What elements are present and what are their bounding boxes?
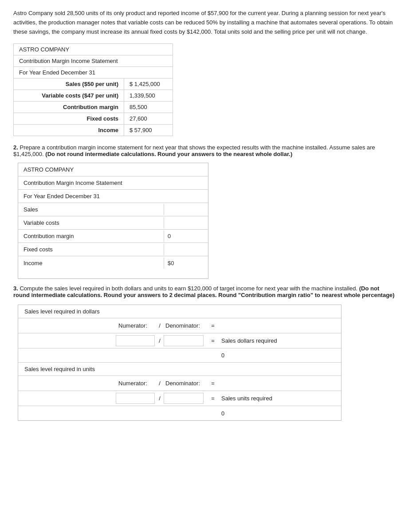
section3-units-result-header xyxy=(218,381,341,386)
section2-instruction: 2. Prepare a contribution margin income … xyxy=(13,144,395,157)
section3-units-eq2: = xyxy=(208,395,218,402)
section2-header-period: For Year Ended December 31 xyxy=(18,190,208,203)
section3-dollars-input-row: / = Sales dollars required xyxy=(18,333,341,348)
section3-units-num-input[interactable] xyxy=(116,393,155,404)
table1-value-cm: 85,500 xyxy=(124,102,173,113)
section3-dollars-eq1: = xyxy=(208,322,218,329)
section3-dollars-num-input-cell[interactable] xyxy=(116,335,156,346)
section3-units-den-input-cell[interactable] xyxy=(164,393,208,404)
section3-units-num-input-cell[interactable] xyxy=(116,393,156,404)
section2-row-variable: Variable costs xyxy=(18,216,208,230)
section3-instruction: 3. Compute the sales level required in b… xyxy=(13,285,395,298)
section3-number: 3. xyxy=(13,285,18,292)
section2-row-fixed: Fixed costs xyxy=(18,243,208,256)
section2-input-sales[interactable] xyxy=(164,204,208,215)
section2-bold-note: (Do not round intermediate calculations.… xyxy=(45,151,292,157)
section2-cell-variable[interactable] xyxy=(164,217,208,228)
section3-units-slash1: / xyxy=(156,380,164,387)
section3-dollars-den-input-cell[interactable] xyxy=(164,335,208,346)
section2-table: ASTRO COMPANY Contribution Margin Income… xyxy=(18,163,208,270)
table1-row-income: Income $ 57,900 xyxy=(14,125,173,136)
section2-input-fixed[interactable] xyxy=(164,244,208,255)
section3-dollars-header: Sales level required in dollars xyxy=(18,305,341,318)
section2-cell-income: $0 xyxy=(164,258,208,269)
section2-cell-sales[interactable] xyxy=(164,204,208,215)
section3-units-slash2: / xyxy=(156,395,164,402)
section3-units-formula-row: Numerator: / Denominator: = xyxy=(18,376,341,391)
section3-units-den-input[interactable] xyxy=(164,393,204,404)
section3-units-input-row: / = Sales units required xyxy=(18,391,341,406)
section3-dollars-result-row: 0 xyxy=(18,348,341,363)
table1-value-sales: $ 1,425,000 xyxy=(124,78,173,90)
section2-period: For Year Ended December 31 xyxy=(18,191,208,202)
section3-dollars-den-label: Denominator: xyxy=(164,320,208,331)
section3-units-den-label: Denominator: xyxy=(164,378,208,389)
table1-period: For Year Ended December 31 xyxy=(14,67,173,78)
section3-dollars-label: Sales level required in dollars xyxy=(24,308,100,315)
section2-number: 2. xyxy=(13,144,18,151)
section3-units-empty-label xyxy=(18,381,116,386)
table1-row-variable: Variable costs ($47 per unit) 1,339,500 xyxy=(14,90,173,102)
section3-dollars-slash1: / xyxy=(156,322,164,329)
section3-dollars-den-input[interactable] xyxy=(164,335,204,346)
section2-label-sales: Sales xyxy=(18,204,164,215)
table1-label-fixed: Fixed costs xyxy=(14,113,124,124)
section2-label-income: Income xyxy=(18,258,164,269)
section3-dollars-num-input[interactable] xyxy=(116,335,155,346)
section2-header-company: ASTRO COMPANY xyxy=(18,163,208,176)
section2-input-variable[interactable] xyxy=(164,217,208,228)
table1-label-cm: Contribution margin xyxy=(14,102,124,113)
section3-dollars-result-label: Sales dollars required xyxy=(218,335,341,346)
table1-label-sales: Sales ($50 per unit) xyxy=(14,78,124,90)
section2-cell-fixed[interactable] xyxy=(164,244,208,255)
section2-company: ASTRO COMPANY xyxy=(18,164,208,175)
table1-row-sales: Sales ($50 per unit) $ 1,425,000 xyxy=(14,78,173,90)
table1-statement-type: Contribution Margin Income Statement xyxy=(14,55,173,67)
section3-units-header: Sales level required in units xyxy=(18,363,341,376)
table1-value-variable: 1,339,500 xyxy=(124,90,173,101)
section2-type: Contribution Margin Income Statement xyxy=(18,177,208,188)
section2-label-cm: Contribution margin xyxy=(18,231,164,242)
section3-box: Sales level required in dollars Numerato… xyxy=(18,305,341,421)
intro-paragraph: Astro Company sold 28,500 units of its o… xyxy=(13,9,395,36)
section2-table-wrapper: ASTRO COMPANY Contribution Margin Income… xyxy=(18,163,208,279)
section2-header-type: Contribution Margin Income Statement xyxy=(18,176,208,190)
section3-dollars-result-value: 0 xyxy=(218,350,341,361)
table1-label-income: Income xyxy=(14,125,124,136)
section3-bold-note: (Do not round intermediate calculations.… xyxy=(13,285,395,298)
section3-units-eq1: = xyxy=(208,380,218,387)
section2-row-cm: Contribution margin 0 xyxy=(18,230,208,243)
section3-units-result-row: 0 xyxy=(18,406,341,420)
section3-units-label: Sales level required in units xyxy=(24,366,95,372)
table1-value-fixed: 27,600 xyxy=(124,113,173,124)
section3-units-input-empty xyxy=(18,396,116,401)
section3-dollars-result-header xyxy=(218,324,341,328)
table1-company: ASTRO COMPANY xyxy=(14,44,173,55)
table1-row-fixed: Fixed costs 27,600 xyxy=(14,113,173,125)
section3-dollars-slash2: / xyxy=(156,337,164,344)
section3-dollars-eq2: = xyxy=(208,337,218,344)
section3-dollars-num-label: Numerator: xyxy=(116,320,156,331)
section2-row-sales: Sales xyxy=(18,203,208,216)
section3-dollars-empty-label xyxy=(18,324,116,328)
section2-row-income: Income $0 xyxy=(18,256,208,270)
table1-value-income: $ 57,900 xyxy=(124,125,173,136)
section3-units-result-value: 0 xyxy=(218,408,341,419)
table1-container: ASTRO COMPANY Contribution Margin Income… xyxy=(13,43,173,136)
section3-units-result-label: Sales units required xyxy=(218,393,341,404)
table1-label-variable: Variable costs ($47 per unit) xyxy=(14,90,124,101)
section3-dollars-formula-row: Numerator: / Denominator: = xyxy=(18,318,341,333)
table1-row-cm: Contribution margin 85,500 xyxy=(14,102,173,113)
section3-dollars-input-empty xyxy=(18,339,116,343)
section2-cell-cm: 0 xyxy=(164,231,208,242)
section2-label-variable: Variable costs xyxy=(18,217,164,228)
section3-units-num-label: Numerator: xyxy=(116,378,156,389)
section2-label-fixed: Fixed costs xyxy=(18,244,164,255)
